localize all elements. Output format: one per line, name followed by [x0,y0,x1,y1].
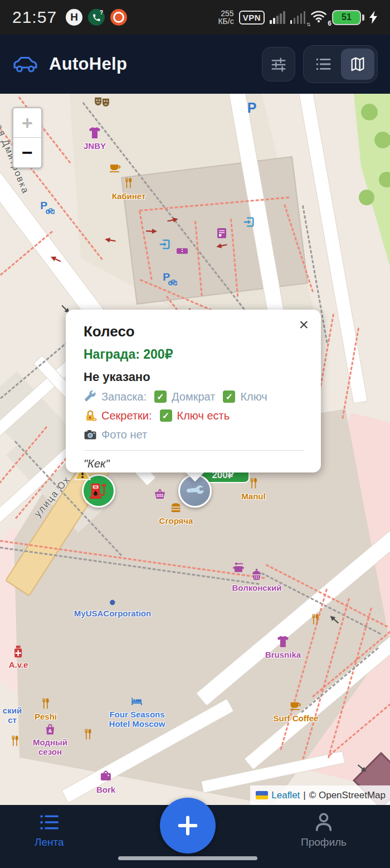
map-icon [349,56,366,73]
leaflet-link[interactable]: Leaflet [271,790,300,801]
fork-knife-icon [9,734,21,748]
osm-link[interactable]: © OpenStreetMap [309,790,386,801]
network-speed: 255КБ/с [218,9,233,25]
popup-box: × Колесо Награда: 200₽ Не указано Запаск… [66,310,321,472]
popup-close-button[interactable]: × [296,314,311,335]
wifi-icon: ⇅6 [310,9,327,26]
entrance-icon [243,216,255,228]
battery-icon: 51 [332,10,364,25]
list-view-button[interactable] [306,49,340,80]
map-view-button[interactable] [341,49,374,80]
h-app-notification-icon: H [66,9,82,26]
shopping-basket-icon [153,488,167,501]
person-icon [313,811,335,833]
clock: 21:57 [12,8,57,27]
popup-status: Не указано [84,370,304,384]
ukraine-flag-icon [256,791,268,799]
spare-parts-line: Запаска: ✓ Домкрат ✓ Ключ [84,390,304,403]
tshirt-icon: JNBY [84,126,106,151]
brand: AutoHelp [12,54,127,75]
coffee-cup-icon: Surf Coffee [274,698,319,723]
map-canvas[interactable]: ая Дмитровкаулица Ох JNBYКабинетСгорячаM… [0,94,390,805]
notification-icons: H ? [66,9,127,26]
feed-list-icon [38,812,60,833]
zoom-out-button[interactable]: − [13,138,41,167]
nav-feed-tab[interactable]: Лента [35,812,64,848]
cell-signal-icon-1 [270,11,285,24]
newspaper-kiosk-icon [215,226,228,240]
wrench-icon [182,478,207,503]
popup-title: Колесо [84,323,304,340]
coffee-cup-icon [109,161,122,174]
theater-masks-icon [94,97,110,109]
entrance-icon [159,238,171,250]
view-mode-toggle [303,45,378,83]
vpn-badge: VPN [239,11,265,25]
zoom-in-button[interactable]: + [13,108,41,138]
filter-button[interactable] [262,47,295,81]
popup-divider [84,450,304,451]
tshirt-icon: Brusnika [265,635,301,659]
bed-icon: Four Seasons Hotel Moscow [109,696,165,729]
check-icon: ✓ [160,409,172,422]
cupcake-icon: Волконский [232,568,282,592]
fork-knife-icon: Кабинет [112,176,146,201]
secrets-line: Секретки: ✓ Ключ есть [84,409,304,422]
camera-icon [84,428,97,441]
plus-icon [175,813,201,838]
fork-knife-icon [82,727,94,741]
zoom-control: + − [12,107,42,168]
shopping-bag-icon: Модный сезон [33,722,67,756]
app-title: AutoHelp [49,54,127,74]
parking-icon [245,101,259,115]
app-header: AutoHelp [0,35,390,94]
sliders-icon [270,56,287,73]
ticket-icon [176,244,189,258]
photo-line: Фото нет [84,428,304,441]
tv-icon: Bork [96,770,115,794]
fork-knife-icon [309,613,321,626]
popup-reward: Награда: 200₽ [84,347,304,362]
phone-notification-icon: ? [88,9,105,26]
map-label: ский ст [3,704,22,725]
charging-bolt-icon [369,11,378,24]
check-icon: ✓ [154,390,167,403]
nav-profile-tab[interactable]: Профиль [301,811,347,848]
bottom-nav: Лента Профиль [0,805,390,868]
check-icon: ✓ [223,390,235,403]
lock-icon [84,409,97,422]
fuel-pump-icon [89,481,108,500]
request-popup: × Колесо Награда: 200₽ Не указано Запаск… [66,310,321,472]
home-indicator[interactable] [118,856,257,860]
wrench-icon [84,390,97,403]
parking-bike-icon [160,272,177,286]
dot-icon: MyUSACorporation [74,598,151,618]
map-attribution: Leaflet | © OpenStreetMap [250,785,390,805]
fork-knife-icon: Peshi [35,697,57,721]
parking-bike-icon [38,200,55,215]
app-screen: 21:57 H ? 255КБ/с VPN ⇅6 51 AutoHelp [0,0,390,868]
popup-comment: "Кек" [84,457,304,470]
list-icon [315,56,332,73]
status-bar: 21:57 H ? 255КБ/с VPN ⇅6 51 [0,0,390,35]
pharmacy-icon: A.v.e [9,645,28,669]
cell-signal-icon-2 [290,11,306,24]
car-logo-icon [12,54,40,75]
add-request-button[interactable] [160,798,216,853]
status-indicators: 255КБ/с VPN ⇅6 51 [218,9,378,26]
recorder-notification-icon [110,9,127,26]
